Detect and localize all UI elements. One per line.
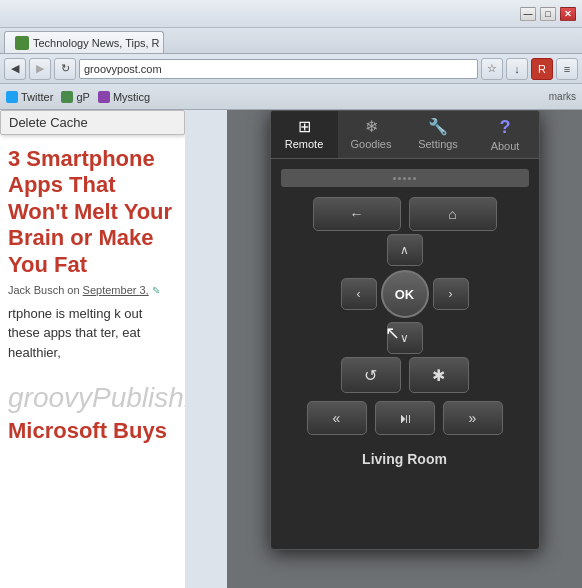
home-button[interactable]: ⌂ <box>409 197 497 231</box>
twitter-favicon <box>6 91 18 103</box>
minimize-button[interactable]: — <box>520 7 536 21</box>
browser-window: — □ ✕ Technology News, Tips, R ✕ ◀ ▶ ↻ g… <box>0 0 582 588</box>
star-bookmark-button[interactable]: ☆ <box>481 58 503 80</box>
pocket-button[interactable]: R <box>531 58 553 80</box>
goodies-tab-label: Goodies <box>351 138 392 150</box>
bookmarks-end-label: marks <box>549 91 576 102</box>
content-area: Delete Cache 3 Smartphone Apps That Won'… <box>0 110 582 588</box>
article-meta: Jack Busch on September 3, ✎ <box>8 284 177 296</box>
tab-about[interactable]: ? About <box>472 111 539 158</box>
tab-remote[interactable]: ⊞ Remote <box>271 111 338 158</box>
remote-tab-icon: ⊞ <box>298 117 311 136</box>
article-author: Jack Busch <box>8 284 64 296</box>
tab-label: Technology News, Tips, R <box>33 37 160 49</box>
bookmark-mysticg[interactable]: Mysticg <box>98 91 150 103</box>
replay-star-row: ↺ ✱ <box>281 357 529 393</box>
article-title: 3 Smartphone Apps That Won't Melt Your B… <box>8 146 177 278</box>
tab-goodies[interactable]: ❄ Goodies <box>338 111 405 158</box>
article-on: on <box>67 284 82 296</box>
address-text: groovypost.com <box>84 63 162 75</box>
tab-settings[interactable]: 🔧 Settings <box>405 111 472 158</box>
goodies-tab-icon: ❄ <box>365 117 378 136</box>
bookmark-mysticg-label: Mysticg <box>113 91 150 103</box>
ok-button[interactable]: OK <box>381 270 429 318</box>
up-button[interactable]: ∧ <box>387 234 423 266</box>
bookmark-twitter[interactable]: Twitter <box>6 91 53 103</box>
remote-panel: ⊞ Remote ❄ Goodies 🔧 Settings ? About <box>270 110 540 550</box>
next-article-title: Microsoft Buys <box>8 418 177 444</box>
transport-row: « ⏯ » <box>281 401 529 435</box>
download-button[interactable]: ↓ <box>506 58 528 80</box>
settings-tab-label: Settings <box>418 138 458 150</box>
mysticg-favicon <box>98 91 110 103</box>
replay-button[interactable]: ↺ <box>341 357 401 393</box>
kb-dot <box>408 177 411 180</box>
keyboard-dots <box>393 177 416 180</box>
gp-favicon <box>61 91 73 103</box>
remote-tab-label: Remote <box>285 138 324 150</box>
kb-dot <box>398 177 401 180</box>
title-bar: — □ ✕ <box>0 0 582 28</box>
settings-tab-icon: 🔧 <box>428 117 448 136</box>
down-button[interactable]: ∨ <box>387 322 423 354</box>
kb-dot <box>413 177 416 180</box>
kb-dot <box>403 177 406 180</box>
remote-overlay: ⊞ Remote ❄ Goodies 🔧 Settings ? About <box>227 110 582 588</box>
remote-body: ← ⌂ ∧ ‹ OK ↖ <box>271 159 539 483</box>
delete-cache-menu[interactable]: Delete Cache <box>0 110 185 135</box>
close-button[interactable]: ✕ <box>560 7 576 21</box>
room-label: Living Room <box>281 443 529 473</box>
about-tab-label: About <box>491 140 520 152</box>
active-tab[interactable]: Technology News, Tips, R ✕ <box>4 31 164 53</box>
about-tab-icon: ? <box>500 117 511 138</box>
dpad-middle: ‹ OK ↖ › <box>341 270 469 318</box>
article-date[interactable]: September 3, <box>83 284 149 296</box>
star-button[interactable]: ✱ <box>409 357 469 393</box>
article-body: rtphone is melting k out these apps that… <box>8 304 177 363</box>
left-button[interactable]: ‹ <box>341 278 377 310</box>
bookmark-twitter-label: Twitter <box>21 91 53 103</box>
edit-icon[interactable]: ✎ <box>152 285 160 296</box>
forward-nav-button[interactable]: ▶ <box>29 58 51 80</box>
dpad-container: ∧ ‹ OK ↖ › ∨ <box>340 239 470 349</box>
keyboard-bar[interactable] <box>281 169 529 187</box>
maximize-button[interactable]: □ <box>540 7 556 21</box>
kb-dot <box>393 177 396 180</box>
right-button[interactable]: › <box>433 278 469 310</box>
tab-bar: Technology News, Tips, R ✕ <box>0 28 582 54</box>
article-content: Delete Cache 3 Smartphone Apps That Won'… <box>0 110 185 588</box>
bookmark-gp[interactable]: gP <box>61 91 89 103</box>
forward-button[interactable]: » <box>443 401 503 435</box>
bookmark-gp-label: gP <box>76 91 89 103</box>
back-home-row: ← ⌂ <box>281 197 529 231</box>
refresh-button[interactable]: ↻ <box>54 58 76 80</box>
bookmarks-bar: Twitter gP Mysticg marks <box>0 84 582 110</box>
back-nav-button[interactable]: ◀ <box>4 58 26 80</box>
menu-button[interactable]: ≡ <box>556 58 578 80</box>
address-bar[interactable]: groovypost.com <box>79 59 478 79</box>
remote-tab-bar: ⊞ Remote ❄ Goodies 🔧 Settings ? About <box>271 111 539 159</box>
nav-bar: ◀ ▶ ↻ groovypost.com ☆ ↓ R ≡ <box>0 54 582 84</box>
tab-favicon <box>15 36 29 50</box>
rewind-button[interactable]: « <box>307 401 367 435</box>
back-button[interactable]: ← <box>313 197 401 231</box>
dpad: ∧ ‹ OK ↖ › ∨ <box>341 234 469 354</box>
play-pause-button[interactable]: ⏯ <box>375 401 435 435</box>
footer-logo: groovyPublishing <box>8 382 177 414</box>
